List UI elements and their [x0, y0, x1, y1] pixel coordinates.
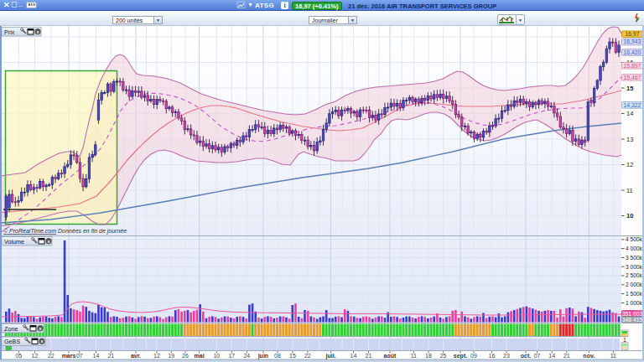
svg-text:12: 12 — [626, 161, 633, 168]
svg-text:3 500k: 3 500k — [626, 255, 643, 261]
svg-text:16,943: 16,943 — [624, 39, 641, 44]
svg-text:2 500k: 2 500k — [626, 272, 643, 278]
svg-text:2 000k: 2 000k — [626, 282, 643, 287]
svg-text:16,420: 16,420 — [624, 49, 641, 55]
svg-text:© ProRealTime.com Données en: © ProRealTime.com Données en fin de jour… — [3, 228, 127, 235]
svg-text:348 415: 348 415 — [622, 317, 643, 323]
svg-text:Volume: Volume — [4, 238, 24, 246]
svg-text:GeBS: GeBS — [4, 338, 20, 345]
svg-text:Prix: Prix — [4, 28, 15, 36]
svg-text:14,322: 14,322 — [624, 102, 641, 108]
svg-text:1 500k: 1 500k — [626, 291, 643, 297]
svg-text:3 000k: 3 000k — [626, 264, 643, 270]
svg-text:351 003: 351 003 — [622, 311, 643, 317]
svg-text:4 500k: 4 500k — [626, 236, 643, 242]
svg-text:Zone: Zone — [4, 325, 18, 333]
svg-text:juil.: juil. — [325, 353, 336, 359]
svg-text:juin: juin — [257, 353, 268, 359]
svg-text:13: 13 — [626, 136, 633, 143]
svg-text:1 000k: 1 000k — [626, 300, 643, 306]
svg-text:15: 15 — [626, 85, 633, 92]
svg-text:1: 1 — [623, 337, 626, 343]
svg-text:16,97: 16,97 — [625, 31, 639, 37]
svg-text:sept.: sept. — [454, 353, 467, 359]
svg-text:15,897: 15,897 — [624, 63, 641, 69]
svg-text:14: 14 — [626, 110, 633, 117]
svg-text:4 000k: 4 000k — [626, 246, 643, 251]
svg-text:11: 11 — [626, 187, 633, 194]
svg-text:10: 10 — [626, 212, 633, 220]
svg-text:15,467: 15,467 — [624, 75, 641, 80]
